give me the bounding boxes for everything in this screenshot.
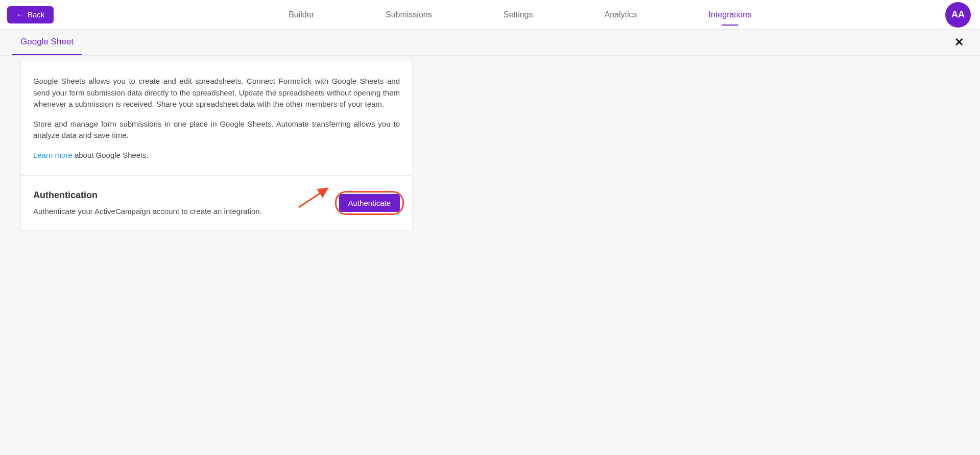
card-auth-section: Authentication Authenticate your ActiveC…: [21, 175, 412, 230]
auth-description: Authenticate your ActiveCampaign account…: [33, 207, 262, 215]
integration-description-1: Google Sheets allows you to create and e…: [33, 76, 400, 110]
content-area: Google Sheets allows you to create and e…: [0, 56, 980, 251]
learn-more-suffix: about Google Sheets.: [73, 151, 149, 159]
tab-integrations[interactable]: Integrations: [709, 7, 752, 22]
tab-builder[interactable]: Builder: [289, 7, 314, 22]
main-nav-tabs: Builder Submissions Settings Analytics I…: [94, 7, 945, 22]
page-body: Google Sheet ✕ Google Sheets allows you …: [0, 30, 980, 455]
arrow-left-icon: ←: [16, 10, 25, 19]
integration-card: Google Sheets allows you to create and e…: [20, 61, 413, 230]
top-navigation: ← Back Builder Submissions Settings Anal…: [0, 0, 980, 30]
auth-text-block: Authentication Authenticate your ActiveC…: [33, 190, 262, 215]
sub-tabs-row: Google Sheet ✕: [0, 30, 980, 56]
avatar[interactable]: AA: [945, 2, 971, 28]
auth-heading: Authentication: [33, 190, 262, 201]
back-label: Back: [28, 10, 44, 19]
tab-analytics[interactable]: Analytics: [605, 7, 637, 22]
auth-button-wrap: Authenticate: [339, 194, 400, 212]
integration-description-2: Store and manage form submissions in one…: [33, 118, 400, 141]
subtab-google-sheet[interactable]: Google Sheet: [12, 30, 82, 55]
back-button[interactable]: ← Back: [7, 6, 54, 23]
tab-settings[interactable]: Settings: [504, 7, 533, 22]
auth-row: Authentication Authenticate your ActiveC…: [33, 190, 400, 215]
close-icon[interactable]: ✕: [950, 34, 968, 51]
learn-more-link[interactable]: Learn more: [33, 151, 73, 159]
tab-submissions[interactable]: Submissions: [386, 7, 432, 22]
learn-more-line: Learn more about Google Sheets.: [33, 150, 400, 161]
card-description-section: Google Sheets allows you to create and e…: [21, 61, 412, 175]
authenticate-button[interactable]: Authenticate: [339, 194, 400, 212]
